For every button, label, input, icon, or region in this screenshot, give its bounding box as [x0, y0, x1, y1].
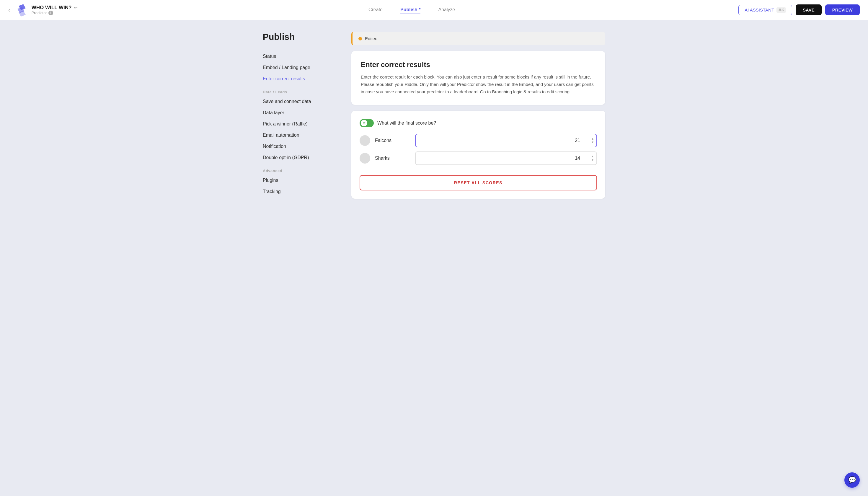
project-info: WHO WILL WIN? ✏ Predictor i [32, 5, 78, 15]
sidebar-item-results[interactable]: Enter correct results [263, 73, 340, 84]
sidebar-item-notification[interactable]: Notification [263, 141, 340, 152]
question-text: What will the final score be? [377, 121, 436, 126]
falcons-score-input[interactable] [415, 134, 597, 147]
falcons-score-wrap: ▲ ▼ [415, 134, 597, 147]
sharks-score-input[interactable] [415, 152, 597, 165]
nav-analyze[interactable]: Analyze [438, 6, 455, 14]
project-subtitle: Predictor i [32, 11, 78, 15]
falcons-avatar [360, 135, 370, 146]
sharks-score-down[interactable]: ▼ [591, 158, 594, 162]
team-row-falcons: Falcons ▲ ▼ [360, 134, 597, 147]
sharks-score-wrap: ▲ ▼ [415, 152, 597, 165]
header-left: ‹ WHO WILL WIN? ✏ Predictor i [8, 3, 85, 17]
sidebar-item-data-layer[interactable]: Data layer [263, 107, 340, 119]
reset-all-scores-button[interactable]: RESET ALL SCORES [360, 175, 597, 190]
sharks-spinners: ▲ ▼ [591, 155, 594, 162]
preview-button[interactable]: PREVIEW [825, 4, 860, 15]
falcons-name: Falcons [375, 138, 410, 143]
toggle-icon: ⟳ [361, 120, 367, 126]
header: ‹ WHO WILL WIN? ✏ Predictor i Create Pub… [0, 0, 868, 20]
header-actions: AI ASSISTANT ⌘K SAVE PREVIEW [739, 4, 860, 15]
sidebar-item-tracking[interactable]: Tracking [263, 186, 340, 197]
sharks-name: Sharks [375, 156, 410, 161]
falcons-score-down[interactable]: ▼ [591, 141, 594, 144]
info-card-body: Enter the correct result for each block.… [361, 74, 596, 95]
main-layout: Publish Status Embed / Landing page Ente… [257, 20, 611, 211]
sidebar-section-advanced: Advanced [263, 169, 340, 173]
sidebar-item-email-auto[interactable]: Email automation [263, 129, 340, 141]
edited-text: Edited [365, 36, 377, 41]
falcons-spinners: ▲ ▼ [591, 137, 594, 144]
ai-shortcut: ⌘K [776, 7, 786, 13]
info-card: Enter correct results Enter the correct … [351, 51, 605, 105]
sidebar-item-save-connect[interactable]: Save and connect data [263, 96, 340, 107]
sharks-avatar [360, 153, 370, 164]
sidebar-item-gdpr[interactable]: Double opt-in (GDPR) [263, 152, 340, 163]
edited-dot [358, 37, 362, 41]
edit-icon[interactable]: ✏ [74, 5, 77, 10]
question-row: ⟳ What will the final score be? [360, 119, 597, 127]
header-nav: Create Publish * Analyze [85, 6, 739, 14]
sidebar-item-embed[interactable]: Embed / Landing page [263, 62, 340, 73]
ai-label: AI ASSISTANT [745, 7, 774, 12]
score-card: ⟳ What will the final score be? Falcons … [351, 111, 605, 199]
back-arrow[interactable]: ‹ [8, 6, 10, 13]
project-title-text: WHO WILL WIN? [32, 5, 72, 11]
edited-banner: Edited [351, 32, 605, 45]
content-area: Edited Enter correct results Enter the c… [351, 32, 605, 199]
sidebar-nav: Status Embed / Landing page Enter correc… [263, 51, 340, 197]
chat-icon: 💬 [848, 476, 856, 484]
save-button[interactable]: SAVE [796, 4, 822, 15]
sharks-score-up[interactable]: ▲ [591, 155, 594, 158]
nav-publish[interactable]: Publish * [400, 6, 420, 14]
sidebar: Publish Status Embed / Landing page Ente… [263, 32, 340, 199]
info-card-title: Enter correct results [361, 61, 596, 69]
nav-create[interactable]: Create [369, 6, 383, 14]
chat-bubble[interactable]: 💬 [844, 472, 860, 488]
logo-icon [15, 3, 28, 17]
subtitle-text: Predictor [32, 11, 47, 15]
falcons-score-up[interactable]: ▲ [591, 137, 594, 141]
ai-assistant-button[interactable]: AI ASSISTANT ⌘K [739, 5, 792, 15]
sidebar-item-raffle[interactable]: Pick a winner (Raffle) [263, 119, 340, 129]
sidebar-item-plugins[interactable]: Plugins [263, 175, 340, 186]
project-title: WHO WILL WIN? ✏ [32, 5, 78, 11]
team-row-sharks: Sharks ▲ ▼ [360, 152, 597, 165]
sidebar-item-status[interactable]: Status [263, 51, 340, 62]
sidebar-section-data-leads: Data / Leads [263, 90, 340, 94]
toggle-button[interactable]: ⟳ [360, 119, 374, 127]
sidebar-title: Publish [263, 32, 340, 42]
info-icon[interactable]: i [48, 11, 53, 15]
